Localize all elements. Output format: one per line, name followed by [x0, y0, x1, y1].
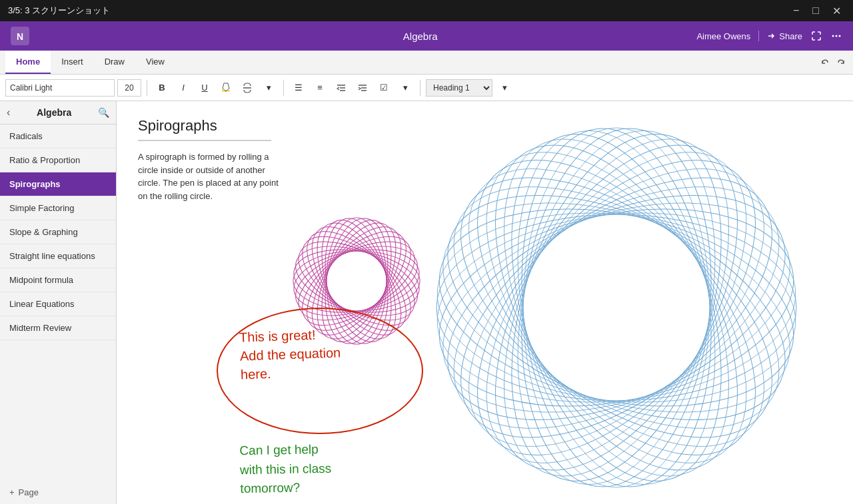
svg-point-34 [488, 113, 745, 503]
svg-point-42 [428, 196, 805, 419]
sidebar-back-button[interactable]: ‹ [7, 107, 10, 119]
bold-button[interactable]: B [153, 79, 171, 97]
svg-point-51 [288, 220, 426, 342]
highlight-button[interactable] [217, 79, 235, 97]
svg-point-28 [428, 196, 805, 419]
svg-point-25 [416, 126, 816, 489]
increase-indent-button[interactable] [353, 79, 372, 97]
svg-point-22 [472, 108, 760, 504]
svg-point-35 [523, 128, 710, 487]
svg-point-41 [417, 163, 816, 451]
sidebar-item-midterm[interactable]: Midterm Review [0, 316, 116, 340]
header-left: N [11, 27, 144, 45]
svg-point-13 [436, 214, 796, 401]
svg-point-38 [435, 107, 798, 504]
minimize-button[interactable]: − [789, 5, 803, 17]
svg-point-39 [421, 118, 813, 497]
svg-point-3 [836, 35, 838, 37]
font-name-input[interactable] [5, 79, 115, 97]
increase-indent-icon [357, 83, 368, 93]
sidebar-item-linear[interactable]: Linear Equations [0, 292, 116, 316]
expand-icon[interactable] [810, 30, 822, 42]
tab-draw[interactable]: Draw [94, 51, 135, 74]
window-title: 3/5: 3 スクリーンショット [8, 5, 110, 17]
svg-point-33 [458, 105, 774, 504]
header-separator [758, 31, 759, 41]
svg-text:N: N [17, 31, 23, 42]
user-name: Aimee Owens [696, 31, 750, 41]
sidebar-item-slope-graphing[interactable]: Slope & Graphing [0, 220, 116, 244]
numbered-list-button[interactable]: ≡ [311, 79, 329, 97]
red-handwriting-text: This is great!Add the equationhere. [239, 324, 342, 383]
svg-point-32 [435, 107, 798, 504]
svg-point-40 [414, 137, 819, 478]
sidebar-item-spirographs[interactable]: Spirographs [0, 172, 116, 196]
close-button[interactable]: ✕ [828, 5, 845, 17]
share-button[interactable]: Share [767, 31, 802, 41]
sidebar-item-straight-line[interactable]: Straight line equations [0, 244, 116, 268]
decrease-indent-icon [336, 83, 347, 93]
content-area[interactable]: Spirographs A spirograph is formed by ro… [117, 101, 853, 504]
underline-button[interactable]: U [195, 79, 214, 97]
checkbox-dropdown[interactable]: ▾ [396, 79, 415, 97]
svg-point-30 [414, 137, 819, 478]
font-size-input[interactable] [117, 79, 141, 97]
add-page-label: Page [19, 487, 39, 497]
format-dropdown[interactable]: ▾ [259, 79, 278, 97]
page-content: Spirographs A spirograph is formed by ro… [117, 101, 853, 504]
svg-point-4 [839, 35, 841, 37]
sidebar-item-simple-factoring[interactable]: Simple Factoring [0, 196, 116, 220]
svg-point-44 [287, 233, 426, 329]
sidebar-item-midpoint[interactable]: Midpoint formula [0, 268, 116, 292]
svg-point-24 [426, 112, 806, 504]
svg-point-52 [287, 233, 426, 329]
svg-point-53 [289, 242, 424, 321]
svg-point-63 [345, 269, 369, 293]
svg-point-31 [421, 118, 813, 497]
sidebar-search-button[interactable]: 🔍 [98, 107, 109, 118]
svg-point-45 [288, 220, 426, 342]
main-layout: ‹ Algebra 🔍 Radicals Ratio & Proportion … [0, 101, 853, 504]
ribbon-tabs: Home Insert Draw View [0, 51, 853, 75]
maximize-button[interactable]: □ [808, 5, 823, 17]
onenote-icon: N [11, 27, 29, 45]
heading-dropdown[interactable]: ▾ [495, 79, 514, 97]
bullet-list-button[interactable]: ☰ [289, 79, 308, 97]
sidebar: ‹ Algebra 🔍 Radicals Ratio & Proportion … [0, 101, 117, 504]
svg-point-36 [488, 113, 745, 503]
sidebar-item-radicals[interactable]: Radicals [0, 125, 116, 148]
page-body-text: A spirograph is formed by rolling a circ… [138, 150, 285, 202]
toolbar-divider-1 [147, 80, 147, 96]
toolbar-divider-3 [420, 80, 421, 96]
strikethrough-icon [241, 82, 253, 94]
titlebar-controls[interactable]: − □ ✕ [789, 5, 845, 17]
highlight-icon [220, 82, 232, 94]
svg-point-54 [287, 226, 426, 336]
svg-point-19 [472, 108, 760, 504]
app-header-title: Algebra [144, 31, 696, 42]
italic-button[interactable]: I [174, 79, 193, 97]
undo-button[interactable] [818, 56, 832, 69]
toolbar-divider-2 [283, 80, 284, 96]
more-options-icon[interactable] [830, 30, 842, 42]
plus-icon: + [9, 487, 15, 497]
checkbox-button[interactable]: ☑ [375, 79, 393, 97]
svg-point-17 [426, 112, 806, 504]
svg-point-43 [293, 251, 420, 311]
decrease-indent-button[interactable] [332, 79, 351, 97]
tab-home[interactable]: Home [5, 51, 51, 74]
green-handwriting-text: Can I get helpwith this in classtomorrow… [239, 440, 332, 499]
tab-insert[interactable]: Insert [51, 51, 94, 74]
share-icon [767, 31, 776, 41]
svg-point-15 [414, 149, 818, 465]
tab-view[interactable]: View [135, 51, 175, 74]
strikethrough-button[interactable] [238, 79, 257, 97]
app-header: N Algebra Aimee Owens Share [0, 21, 853, 51]
redo-button[interactable] [834, 56, 848, 69]
svg-point-18 [446, 105, 787, 504]
sidebar-item-ratio[interactable]: Ratio & Proportion [0, 148, 116, 172]
heading-select[interactable]: Heading 1 Heading 2 Heading 3 Normal [426, 79, 492, 97]
header-right: Aimee Owens Share [696, 30, 842, 42]
svg-point-20 [505, 119, 728, 496]
add-page-button[interactable]: + Page [0, 481, 116, 504]
